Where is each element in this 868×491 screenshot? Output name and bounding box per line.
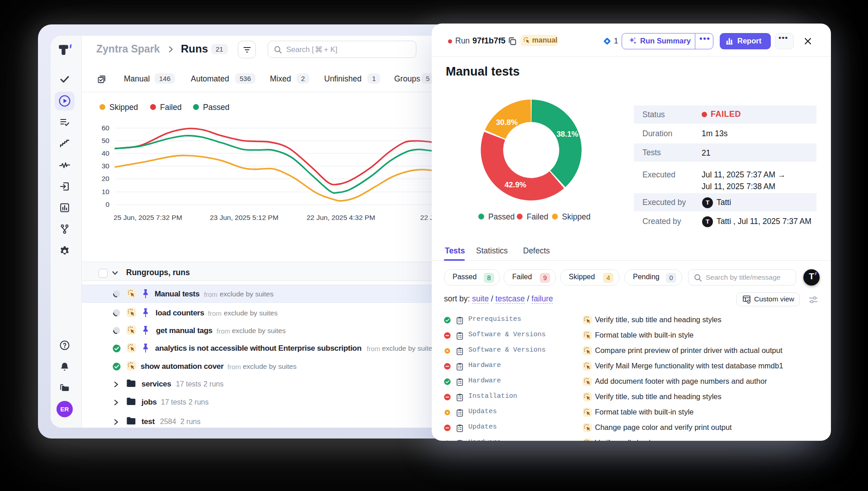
svg-text:22 Jun, 2025 4:32 PM: 22 Jun, 2025 4:32 PM [307, 214, 375, 221]
svg-text:25 Jun, 2025 7:32 PM: 25 Jun, 2025 7:32 PM [113, 214, 182, 221]
svg-text:20: 20 [102, 175, 110, 182]
svg-text:42.9%: 42.9% [505, 181, 526, 189]
svg-text:23 Jun, 2025 5:12 PM: 23 Jun, 2025 5:12 PM [210, 214, 278, 221]
svg-text:0: 0 [105, 200, 109, 208]
svg-text:38.1%: 38.1% [557, 130, 578, 138]
svg-text:30.8%: 30.8% [496, 118, 518, 127]
svg-text:30: 30 [102, 162, 110, 170]
svg-text:10: 10 [102, 188, 110, 195]
svg-text:50: 50 [102, 137, 110, 144]
svg-text:60: 60 [102, 124, 110, 132]
svg-text:40: 40 [102, 149, 110, 157]
